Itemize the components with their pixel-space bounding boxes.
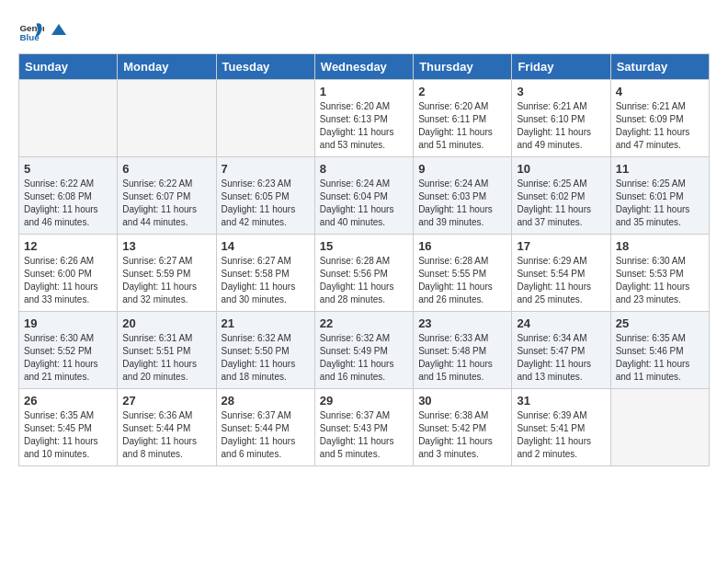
day-info: Sunrise: 6:24 AMSunset: 6:04 PMDaylight:…: [320, 178, 408, 229]
calendar-cell: 20Sunrise: 6:31 AMSunset: 5:51 PMDayligh…: [118, 312, 216, 389]
calendar-week-3: 12Sunrise: 6:26 AMSunset: 6:00 PMDayligh…: [19, 235, 710, 312]
day-number: 17: [517, 239, 605, 253]
calendar-table: SundayMondayTuesdayWednesdayThursdayFrid…: [18, 53, 710, 466]
calendar-cell: 11Sunrise: 6:25 AMSunset: 6:01 PMDayligh…: [610, 157, 709, 235]
day-info: Sunrise: 6:32 AMSunset: 5:50 PMDaylight:…: [222, 332, 310, 384]
day-info: Sunrise: 6:21 AMSunset: 6:09 PMDaylight:…: [616, 100, 704, 152]
calendar-cell: 12Sunrise: 6:26 AMSunset: 6:00 PMDayligh…: [19, 235, 118, 312]
day-number: 5: [24, 162, 112, 176]
calendar-cell: [216, 80, 314, 157]
day-number: 25: [616, 316, 704, 330]
day-info: Sunrise: 6:35 AMSunset: 5:45 PMDaylight:…: [24, 409, 112, 461]
day-info: Sunrise: 6:30 AMSunset: 5:53 PMDaylight:…: [616, 255, 704, 306]
day-info: Sunrise: 6:38 AMSunset: 5:42 PMDaylight:…: [418, 409, 506, 461]
day-number: 24: [517, 316, 605, 330]
day-info: Sunrise: 6:39 AMSunset: 5:41 PMDaylight:…: [517, 409, 605, 461]
calendar-cell: 21Sunrise: 6:32 AMSunset: 5:50 PMDayligh…: [216, 312, 314, 389]
weekday-header-row: SundayMondayTuesdayWednesdayThursdayFrid…: [19, 54, 710, 80]
day-number: 19: [24, 316, 112, 330]
day-number: 7: [222, 162, 310, 176]
svg-text:Blue: Blue: [19, 32, 40, 42]
day-info: Sunrise: 6:25 AMSunset: 6:01 PMDaylight:…: [616, 178, 704, 229]
calendar-cell: 27Sunrise: 6:36 AMSunset: 5:44 PMDayligh…: [118, 389, 216, 466]
day-number: 15: [320, 239, 408, 253]
day-info: Sunrise: 6:21 AMSunset: 6:10 PMDaylight:…: [517, 100, 605, 152]
day-info: Sunrise: 6:35 AMSunset: 5:46 PMDaylight:…: [616, 332, 704, 384]
calendar-cell: 30Sunrise: 6:38 AMSunset: 5:42 PMDayligh…: [414, 389, 512, 466]
day-number: 21: [222, 316, 310, 330]
day-number: 29: [320, 394, 408, 408]
calendar-cell: 13Sunrise: 6:27 AMSunset: 5:59 PMDayligh…: [118, 235, 216, 312]
svg-marker-2: [51, 24, 66, 35]
calendar-cell: [610, 389, 709, 466]
day-info: Sunrise: 6:24 AMSunset: 6:03 PMDaylight:…: [418, 178, 506, 229]
calendar-cell: [118, 80, 216, 157]
day-info: Sunrise: 6:20 AMSunset: 6:13 PMDaylight:…: [320, 100, 408, 152]
calendar-cell: 2Sunrise: 6:20 AMSunset: 6:11 PMDaylight…: [414, 80, 512, 157]
day-info: Sunrise: 6:22 AMSunset: 6:08 PMDaylight:…: [24, 178, 112, 229]
day-info: Sunrise: 6:37 AMSunset: 5:43 PMDaylight:…: [320, 409, 408, 461]
day-number: 28: [222, 394, 310, 408]
calendar-cell: 16Sunrise: 6:28 AMSunset: 5:55 PMDayligh…: [414, 235, 512, 312]
day-number: 23: [418, 316, 506, 330]
day-number: 1: [320, 85, 408, 98]
day-number: 26: [24, 394, 112, 408]
calendar-cell: 18Sunrise: 6:30 AMSunset: 5:53 PMDayligh…: [610, 235, 709, 312]
calendar-cell: 29Sunrise: 6:37 AMSunset: 5:43 PMDayligh…: [314, 389, 413, 466]
day-number: 10: [517, 162, 605, 176]
weekday-header-saturday: Saturday: [610, 54, 709, 80]
day-number: 13: [122, 239, 210, 253]
day-info: Sunrise: 6:20 AMSunset: 6:11 PMDaylight:…: [418, 100, 506, 152]
day-number: 8: [320, 162, 408, 176]
day-info: Sunrise: 6:26 AMSunset: 6:00 PMDaylight:…: [24, 255, 112, 306]
day-info: Sunrise: 6:27 AMSunset: 5:59 PMDaylight:…: [122, 255, 210, 306]
day-number: 20: [122, 316, 210, 330]
calendar-cell: 7Sunrise: 6:23 AMSunset: 6:05 PMDaylight…: [216, 157, 314, 235]
day-info: Sunrise: 6:37 AMSunset: 5:44 PMDaylight:…: [222, 409, 310, 461]
weekday-header-monday: Monday: [118, 54, 216, 80]
calendar-cell: 28Sunrise: 6:37 AMSunset: 5:44 PMDayligh…: [216, 389, 314, 466]
calendar-cell: 22Sunrise: 6:32 AMSunset: 5:49 PMDayligh…: [314, 312, 413, 389]
logo-icon: General Blue: [18, 18, 44, 44]
calendar-cell: 8Sunrise: 6:24 AMSunset: 6:04 PMDaylight…: [314, 157, 413, 235]
calendar-cell: 19Sunrise: 6:30 AMSunset: 5:52 PMDayligh…: [19, 312, 118, 389]
weekday-header-friday: Friday: [512, 54, 610, 80]
day-number: 6: [122, 162, 210, 176]
day-info: Sunrise: 6:30 AMSunset: 5:52 PMDaylight:…: [24, 332, 112, 384]
day-number: 3: [517, 85, 605, 98]
day-info: Sunrise: 6:32 AMSunset: 5:49 PMDaylight:…: [320, 332, 408, 384]
day-info: Sunrise: 6:25 AMSunset: 6:02 PMDaylight:…: [517, 178, 605, 229]
day-number: 2: [418, 85, 506, 98]
day-info: Sunrise: 6:22 AMSunset: 6:07 PMDaylight:…: [122, 178, 210, 229]
day-info: Sunrise: 6:33 AMSunset: 5:48 PMDaylight:…: [418, 332, 506, 384]
page-header: General Blue: [18, 18, 710, 44]
weekday-header-wednesday: Wednesday: [314, 54, 413, 80]
calendar-week-5: 26Sunrise: 6:35 AMSunset: 5:45 PMDayligh…: [19, 389, 710, 466]
logo-triangle-icon: [50, 22, 68, 40]
calendar-week-2: 5Sunrise: 6:22 AMSunset: 6:08 PMDaylight…: [19, 157, 710, 235]
calendar-cell: 4Sunrise: 6:21 AMSunset: 6:09 PMDaylight…: [610, 80, 709, 157]
calendar-cell: 10Sunrise: 6:25 AMSunset: 6:02 PMDayligh…: [512, 157, 610, 235]
calendar-week-4: 19Sunrise: 6:30 AMSunset: 5:52 PMDayligh…: [19, 312, 710, 389]
day-number: 27: [122, 394, 210, 408]
day-info: Sunrise: 6:34 AMSunset: 5:47 PMDaylight:…: [517, 332, 605, 384]
calendar-cell: 23Sunrise: 6:33 AMSunset: 5:48 PMDayligh…: [414, 312, 512, 389]
calendar-cell: 6Sunrise: 6:22 AMSunset: 6:07 PMDaylight…: [118, 157, 216, 235]
calendar-cell: [19, 80, 118, 157]
calendar-week-1: 1Sunrise: 6:20 AMSunset: 6:13 PMDaylight…: [19, 80, 710, 157]
day-info: Sunrise: 6:29 AMSunset: 5:54 PMDaylight:…: [517, 255, 605, 306]
calendar-cell: 5Sunrise: 6:22 AMSunset: 6:08 PMDaylight…: [19, 157, 118, 235]
calendar-cell: 24Sunrise: 6:34 AMSunset: 5:47 PMDayligh…: [512, 312, 610, 389]
day-info: Sunrise: 6:36 AMSunset: 5:44 PMDaylight:…: [122, 409, 210, 461]
calendar-cell: 31Sunrise: 6:39 AMSunset: 5:41 PMDayligh…: [512, 389, 610, 466]
calendar-cell: 3Sunrise: 6:21 AMSunset: 6:10 PMDaylight…: [512, 80, 610, 157]
weekday-header-tuesday: Tuesday: [216, 54, 314, 80]
day-number: 22: [320, 316, 408, 330]
day-number: 11: [616, 162, 704, 176]
weekday-header-thursday: Thursday: [414, 54, 512, 80]
day-number: 12: [24, 239, 112, 253]
day-number: 31: [517, 394, 605, 408]
calendar-cell: 14Sunrise: 6:27 AMSunset: 5:58 PMDayligh…: [216, 235, 314, 312]
day-info: Sunrise: 6:28 AMSunset: 5:56 PMDaylight:…: [320, 255, 408, 306]
day-info: Sunrise: 6:23 AMSunset: 6:05 PMDaylight:…: [222, 178, 310, 229]
